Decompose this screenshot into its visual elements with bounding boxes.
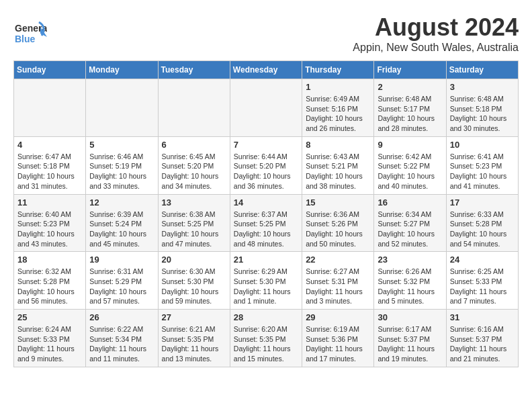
- day-info: Sunrise: 6:25 AMSunset: 5:33 PMDaylight:…: [450, 267, 515, 306]
- calendar-cell: 31Sunrise: 6:16 AMSunset: 5:37 PMDayligh…: [446, 310, 518, 367]
- calendar-cell: 19Sunrise: 6:31 AMSunset: 5:29 PMDayligh…: [86, 252, 158, 310]
- day-info: Sunrise: 6:24 AMSunset: 5:33 PMDaylight:…: [17, 324, 82, 364]
- day-number: 20: [162, 255, 226, 265]
- calendar-cell: 22Sunrise: 6:27 AMSunset: 5:31 PMDayligh…: [302, 252, 374, 310]
- day-info: Sunrise: 6:39 AMSunset: 5:24 PMDaylight:…: [89, 210, 154, 249]
- day-number: 4: [17, 140, 82, 150]
- calendar-cell: 16Sunrise: 6:34 AMSunset: 5:27 PMDayligh…: [374, 194, 446, 252]
- day-info: Sunrise: 6:37 AMSunset: 5:25 PMDaylight:…: [234, 210, 298, 249]
- day-number: 24: [450, 255, 515, 265]
- day-number: 1: [306, 82, 370, 92]
- calendar-cell: 9Sunrise: 6:42 AMSunset: 5:22 PMDaylight…: [374, 136, 446, 194]
- calendar-cell: [158, 79, 230, 137]
- calendar-cell: 24Sunrise: 6:25 AMSunset: 5:33 PMDayligh…: [446, 252, 518, 310]
- day-info: Sunrise: 6:34 AMSunset: 5:27 PMDaylight:…: [378, 210, 442, 249]
- day-header-thursday: Thursday: [302, 61, 374, 79]
- week-row-3: 11Sunrise: 6:40 AMSunset: 5:23 PMDayligh…: [14, 194, 519, 252]
- day-info: Sunrise: 6:17 AMSunset: 5:37 PMDaylight:…: [378, 324, 442, 364]
- calendar-cell: 20Sunrise: 6:30 AMSunset: 5:30 PMDayligh…: [158, 252, 230, 310]
- calendar-cell: 7Sunrise: 6:44 AMSunset: 5:20 PMDaylight…: [230, 136, 302, 194]
- calendar-cell: 1Sunrise: 6:49 AMSunset: 5:16 PMDaylight…: [302, 79, 374, 137]
- day-info: Sunrise: 6:47 AMSunset: 5:18 PMDaylight:…: [17, 152, 82, 191]
- day-info: Sunrise: 6:26 AMSunset: 5:32 PMDaylight:…: [378, 267, 442, 306]
- day-info: Sunrise: 6:20 AMSunset: 5:35 PMDaylight:…: [234, 324, 298, 364]
- day-number: 16: [378, 197, 442, 208]
- day-number: 14: [234, 197, 298, 208]
- day-info: Sunrise: 6:44 AMSunset: 5:20 PMDaylight:…: [234, 152, 298, 191]
- calendar-cell: 17Sunrise: 6:33 AMSunset: 5:28 PMDayligh…: [446, 194, 518, 252]
- day-info: Sunrise: 6:38 AMSunset: 5:25 PMDaylight:…: [162, 210, 226, 249]
- days-header-row: SundayMondayTuesdayWednesdayThursdayFrid…: [14, 61, 519, 79]
- calendar-cell: 10Sunrise: 6:41 AMSunset: 5:23 PMDayligh…: [446, 136, 518, 194]
- day-number: 31: [450, 312, 515, 322]
- calendar-cell: 3Sunrise: 6:48 AMSunset: 5:18 PMDaylight…: [446, 79, 518, 137]
- day-number: 23: [378, 255, 442, 265]
- week-row-1: 1Sunrise: 6:49 AMSunset: 5:16 PMDaylight…: [14, 79, 519, 137]
- day-number: 8: [306, 140, 370, 150]
- logo-image: General Blue: [13, 17, 47, 53]
- calendar-cell: 4Sunrise: 6:47 AMSunset: 5:18 PMDaylight…: [14, 136, 86, 194]
- day-number: 28: [234, 312, 298, 322]
- day-info: Sunrise: 6:29 AMSunset: 5:30 PMDaylight:…: [234, 267, 298, 306]
- day-number: 21: [234, 255, 298, 265]
- calendar-cell: 15Sunrise: 6:36 AMSunset: 5:26 PMDayligh…: [302, 194, 374, 252]
- day-number: 12: [89, 197, 154, 208]
- day-number: 18: [17, 255, 82, 265]
- calendar-cell: 28Sunrise: 6:20 AMSunset: 5:35 PMDayligh…: [230, 310, 302, 367]
- day-info: Sunrise: 6:45 AMSunset: 5:20 PMDaylight:…: [162, 152, 226, 191]
- day-info: Sunrise: 6:48 AMSunset: 5:17 PMDaylight:…: [378, 94, 442, 134]
- day-info: Sunrise: 6:41 AMSunset: 5:23 PMDaylight:…: [450, 152, 515, 191]
- day-info: Sunrise: 6:46 AMSunset: 5:19 PMDaylight:…: [89, 152, 154, 191]
- day-number: 15: [306, 197, 370, 208]
- day-info: Sunrise: 6:31 AMSunset: 5:29 PMDaylight:…: [89, 267, 154, 306]
- day-header-friday: Friday: [374, 61, 446, 79]
- calendar-cell: 30Sunrise: 6:17 AMSunset: 5:37 PMDayligh…: [374, 310, 446, 367]
- day-info: Sunrise: 6:42 AMSunset: 5:22 PMDaylight:…: [378, 152, 442, 191]
- day-info: Sunrise: 6:19 AMSunset: 5:36 PMDaylight:…: [306, 324, 370, 364]
- location-subtitle: Appin, New South Wales, Australia: [353, 42, 519, 54]
- day-info: Sunrise: 6:48 AMSunset: 5:18 PMDaylight:…: [450, 94, 515, 134]
- day-number: 26: [89, 312, 154, 322]
- day-info: Sunrise: 6:49 AMSunset: 5:16 PMDaylight:…: [306, 94, 370, 134]
- day-header-saturday: Saturday: [446, 61, 518, 79]
- day-number: 7: [234, 140, 298, 150]
- day-info: Sunrise: 6:33 AMSunset: 5:28 PMDaylight:…: [450, 210, 515, 249]
- day-header-sunday: Sunday: [14, 61, 86, 79]
- day-number: 30: [378, 312, 442, 322]
- day-info: Sunrise: 6:21 AMSunset: 5:35 PMDaylight:…: [162, 324, 226, 364]
- day-number: 3: [450, 82, 515, 92]
- page-header: General Blue August 2024 Appin, New Sout…: [13, 13, 519, 54]
- day-number: 19: [89, 255, 154, 265]
- day-header-tuesday: Tuesday: [158, 61, 230, 79]
- calendar-cell: 14Sunrise: 6:37 AMSunset: 5:25 PMDayligh…: [230, 194, 302, 252]
- day-info: Sunrise: 6:36 AMSunset: 5:26 PMDaylight:…: [306, 210, 370, 249]
- calendar-cell: 11Sunrise: 6:40 AMSunset: 5:23 PMDayligh…: [14, 194, 86, 252]
- day-number: 22: [306, 255, 370, 265]
- day-info: Sunrise: 6:43 AMSunset: 5:21 PMDaylight:…: [306, 152, 370, 191]
- calendar-cell: 6Sunrise: 6:45 AMSunset: 5:20 PMDaylight…: [158, 136, 230, 194]
- day-header-wednesday: Wednesday: [230, 61, 302, 79]
- calendar-cell: [14, 79, 86, 137]
- day-number: 6: [162, 140, 226, 150]
- day-info: Sunrise: 6:30 AMSunset: 5:30 PMDaylight:…: [162, 267, 226, 306]
- calendar-cell: 26Sunrise: 6:22 AMSunset: 5:34 PMDayligh…: [86, 310, 158, 367]
- day-header-monday: Monday: [86, 61, 158, 79]
- calendar-table: SundayMondayTuesdayWednesdayThursdayFrid…: [13, 60, 519, 367]
- week-row-2: 4Sunrise: 6:47 AMSunset: 5:18 PMDaylight…: [14, 136, 519, 194]
- day-number: 11: [17, 197, 82, 208]
- day-number: 17: [450, 197, 515, 208]
- day-number: 10: [450, 140, 515, 150]
- title-section: August 2024 Appin, New South Wales, Aust…: [353, 13, 519, 54]
- calendar-cell: [230, 79, 302, 137]
- calendar-cell: 12Sunrise: 6:39 AMSunset: 5:24 PMDayligh…: [86, 194, 158, 252]
- day-number: 29: [306, 312, 370, 322]
- day-number: 5: [89, 140, 154, 150]
- calendar-cell: 5Sunrise: 6:46 AMSunset: 5:19 PMDaylight…: [86, 136, 158, 194]
- day-info: Sunrise: 6:32 AMSunset: 5:28 PMDaylight:…: [17, 267, 82, 306]
- day-info: Sunrise: 6:22 AMSunset: 5:34 PMDaylight:…: [89, 324, 154, 364]
- calendar-cell: 29Sunrise: 6:19 AMSunset: 5:36 PMDayligh…: [302, 310, 374, 367]
- calendar-cell: [86, 79, 158, 137]
- calendar-cell: 23Sunrise: 6:26 AMSunset: 5:32 PMDayligh…: [374, 252, 446, 310]
- day-info: Sunrise: 6:27 AMSunset: 5:31 PMDaylight:…: [306, 267, 370, 306]
- calendar-cell: 8Sunrise: 6:43 AMSunset: 5:21 PMDaylight…: [302, 136, 374, 194]
